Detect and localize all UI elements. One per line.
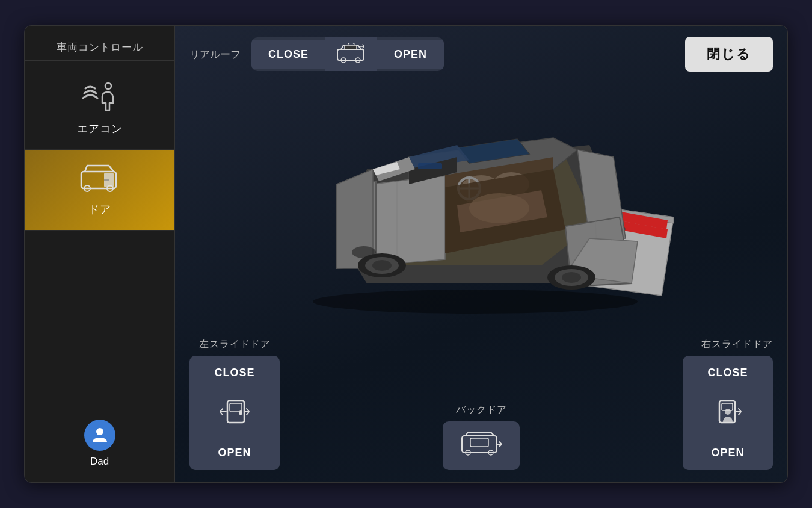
roof-control: リアルーフ CLOSE [189,37,444,71]
svg-point-51 [352,246,376,258]
svg-rect-8 [345,45,357,49]
right-door-icon [683,390,773,436]
svg-point-47 [372,260,392,271]
svg-marker-18 [373,175,445,265]
right-door-open-button[interactable]: OPEN [683,436,773,470]
svg-rect-53 [230,403,242,412]
svg-point-36 [469,193,529,223]
svg-point-6 [96,428,103,435]
main-content: リアルーフ CLOSE [175,26,787,482]
bottom-controls: 左スライドドア CLOSE [175,338,787,482]
back-door-label: バックドア [456,404,507,417]
sidebar-aircon-label: エアコン [77,122,123,136]
right-door-close-button[interactable]: CLOSE [683,356,773,390]
sidebar-title: 車両コントロール [25,32,174,61]
svg-rect-54 [239,410,242,415]
user-name: Dad [90,456,109,468]
door-icon [79,163,121,197]
back-door-btn-group [443,421,520,470]
back-door-icon-btn[interactable] [443,421,520,470]
sidebar-user[interactable]: Dad [25,405,174,482]
svg-point-0 [105,83,111,89]
svg-rect-58 [470,438,488,447]
sidebar: 車両コントロール エアコン [25,26,175,482]
right-door-label: 右スライドドア [701,338,773,351]
svg-point-61 [725,409,731,415]
car-area [175,72,787,338]
close-page-button[interactable]: 閉じる [685,37,773,72]
svg-point-11 [313,290,638,314]
left-door-open-button[interactable]: OPEN [189,436,280,470]
right-door-btn-stack: CLOSE O [683,356,773,470]
roof-label: リアルーフ [189,48,241,61]
car-illustration [277,97,686,314]
header-row: リアルーフ CLOSE [175,26,787,72]
right-door-control: 右スライドドア CLOSE [683,338,773,470]
back-door-control: バックドア [443,404,520,470]
left-door-close-button[interactable]: CLOSE [189,356,280,390]
svg-point-50 [562,272,581,283]
roof-btn-group: CLOSE [251,37,444,71]
aircon-icon [82,80,118,117]
left-door-btn-stack: CLOSE [189,356,280,470]
sidebar-item-aircon[interactable]: エアコン [25,67,174,150]
roof-close-button[interactable]: CLOSE [251,40,325,69]
left-door-control: 左スライドドア CLOSE [189,338,280,470]
sidebar-item-door[interactable]: ドア [25,150,174,231]
roof-open-button[interactable]: OPEN [377,40,444,69]
roof-icon [325,37,377,71]
left-door-icon [189,390,280,436]
left-door-label: 左スライドドア [199,338,271,351]
user-avatar [84,420,115,451]
svg-rect-38 [418,163,442,169]
sidebar-door-label: ドア [88,202,111,217]
